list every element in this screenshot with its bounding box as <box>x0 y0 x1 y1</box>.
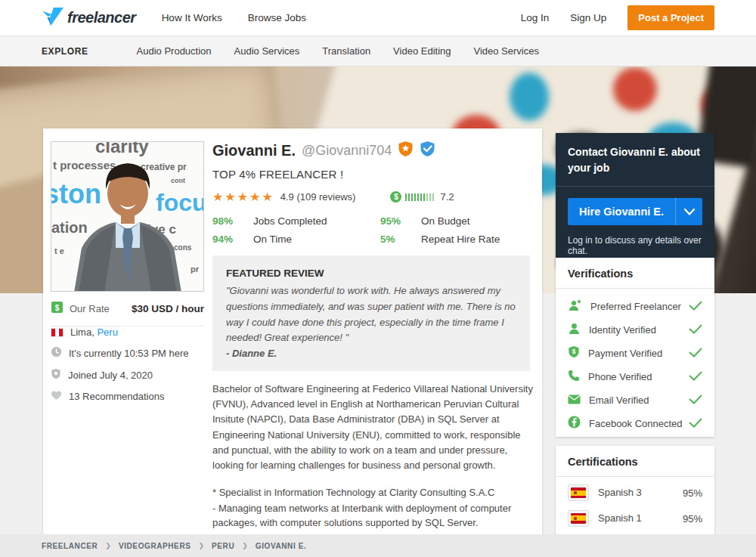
local-time-row: It's currently 10:53 PM here <box>51 346 204 360</box>
preferred-freelancer-badge-icon <box>398 141 414 160</box>
explore-label: EXPLORE <box>42 46 88 57</box>
verification-row: $ Payment Verified <box>568 342 702 365</box>
breadcrumb-giovanni[interactable]: GIOVANNI E. <box>256 542 307 550</box>
featured-review-title: FEATURED REVIEW <box>226 268 516 279</box>
stat-value: 98% <box>212 215 253 227</box>
location-country-link[interactable]: Peru <box>97 326 117 338</box>
verification-row: Email Verified <box>568 388 702 412</box>
user-icon <box>568 322 581 338</box>
portrait-man-illustration <box>51 142 204 292</box>
rate-label: Our Rate <box>70 303 110 314</box>
rating-row: ★★★★★ 4.9 (109 reviews) $ 7.2 <box>212 190 530 204</box>
contact-note: Log in to discuss any details over chat. <box>568 235 702 256</box>
check-icon <box>689 417 702 431</box>
verification-label: Identity Verified <box>589 324 656 336</box>
certification-row: Spanish 1 95% <box>568 510 702 527</box>
shield-dollar-icon: $ <box>568 345 580 361</box>
facebook-icon <box>568 416 581 432</box>
subnav-video-services[interactable]: Video Services <box>473 45 538 57</box>
certification-row: Spanish 3 95% <box>568 484 702 501</box>
peru-flag-icon <box>51 328 64 337</box>
post-project-button[interactable]: Post a Project <box>627 5 714 30</box>
featured-review-box: FEATURED REVIEW "Giovanni was wonderful … <box>212 255 530 371</box>
breadcrumb-freelancer[interactable]: FREELANCER <box>42 542 98 550</box>
freelancer-logo-text: freelancer <box>67 9 136 26</box>
clock-icon <box>51 346 62 360</box>
signup-link[interactable]: Sign Up <box>570 12 606 23</box>
profile-photo: clarity t processes creative pr cont sto… <box>51 141 204 292</box>
badge-shield-icon <box>51 368 61 382</box>
certification-score: 95% <box>683 487 702 499</box>
heart-icon <box>51 390 62 403</box>
hire-button-label[interactable]: Hire Giovanni E. <box>568 198 675 225</box>
certifications-title: Certifications <box>556 446 714 477</box>
earnings-dollar-icon: $ <box>390 191 401 203</box>
svg-text:$: $ <box>55 304 60 312</box>
subnav-audio-services[interactable]: Audio Services <box>234 45 300 57</box>
certification-label: Spanish 3 <box>598 486 674 500</box>
profile-name: Giovanni E. <box>212 142 296 159</box>
verifications-panel: Verifications Preferred Freelancer Ident… <box>556 258 714 437</box>
breadcrumb-videographers[interactable]: VIDEOGRAPHERS <box>119 542 191 550</box>
breadcrumb: FREELANCER ❯ VIDEOGRAPHERS ❯ PERU ❯ GIOV… <box>0 534 756 557</box>
chevron-down-icon <box>684 209 695 215</box>
freelancer-logo[interactable]: freelancer <box>42 7 136 29</box>
chevron-right-icon: ❯ <box>242 542 248 549</box>
about-line: * Specialist in Information Technology a… <box>212 485 533 500</box>
verifications-title: Verifications <box>556 258 714 289</box>
verified-badge-icon <box>420 141 435 160</box>
chevron-right-icon: ❯ <box>105 542 111 549</box>
featured-review-quote: "Giovanni was wonderful to work with. He… <box>226 283 516 346</box>
login-link[interactable]: Log In <box>521 12 550 23</box>
subnav-video-editing[interactable]: Video Editing <box>393 45 451 57</box>
featured-review-author: - Dianne E. <box>226 348 516 359</box>
stat-label: Repeat Hire Rate <box>421 234 530 245</box>
certification-score: 95% <box>683 513 702 525</box>
stat-value: 5% <box>380 234 421 245</box>
check-icon <box>689 394 702 407</box>
spain-flag-icon <box>568 510 589 527</box>
phone-icon <box>568 370 580 385</box>
earnings-score: $ 7.2 <box>390 191 454 203</box>
nav-how-it-works[interactable]: How It Works <box>162 12 222 23</box>
check-icon <box>689 347 702 361</box>
main-nav: How It Works Browse Jobs <box>162 12 306 23</box>
stat-label: Jobs Completed <box>253 215 380 227</box>
recommendations-text: 13 Recommendations <box>69 391 164 402</box>
verification-label: Phone Verified <box>588 371 652 382</box>
breadcrumb-peru[interactable]: PERU <box>212 542 234 550</box>
contact-card: Contact Giovanni E. about your job Hire … <box>556 133 714 268</box>
dollar-ticket-icon: $ <box>51 301 64 317</box>
hire-button[interactable]: Hire Giovanni E. <box>568 198 702 225</box>
location-city: Lima, <box>70 326 94 338</box>
verification-row: Identity Verified <box>568 318 702 342</box>
stat-value: 94% <box>212 234 253 245</box>
user-star-icon <box>568 299 582 314</box>
stats-grid: 98% Jobs Completed 95% On Budget 94% On … <box>212 215 530 245</box>
subnav-audio-production[interactable]: Audio Production <box>137 45 212 57</box>
subnav-translation[interactable]: Translation <box>322 45 370 57</box>
verification-label: Preferred Freelancer <box>590 301 681 312</box>
check-icon <box>689 323 702 337</box>
verification-label: Facebook Connected <box>589 418 683 429</box>
explore-subnav: EXPLORE Audio Production Audio Services … <box>0 36 756 67</box>
earnings-score-value: 7.2 <box>440 191 454 203</box>
recommendations-row: 13 Recommendations <box>51 390 204 403</box>
check-icon <box>689 300 702 314</box>
spain-flag-icon <box>568 484 589 501</box>
stat-value: 95% <box>380 215 421 227</box>
top-navbar: freelancer How It Works Browse Jobs Log … <box>0 0 756 36</box>
top-freelancer-tagline: TOP 4% FREELANCER ! <box>212 168 530 181</box>
profile-card: clarity t processes creative pr cont sto… <box>43 128 542 534</box>
rate-row: $ Our Rate $30 USD / hour <box>51 301 204 326</box>
stat-label: On Time <box>253 234 380 245</box>
certification-label: Spanish 1 <box>598 512 674 525</box>
check-icon <box>689 370 702 384</box>
rating-text: 4.9 (109 reviews) <box>280 191 356 203</box>
nav-browse-jobs[interactable]: Browse Jobs <box>248 12 306 23</box>
chevron-right-icon: ❯ <box>198 542 204 549</box>
verification-label: Payment Verified <box>588 348 662 359</box>
verification-row: Phone Verified <box>568 365 702 388</box>
hire-dropdown-toggle[interactable] <box>675 198 702 225</box>
stat-label: On Budget <box>421 215 530 227</box>
